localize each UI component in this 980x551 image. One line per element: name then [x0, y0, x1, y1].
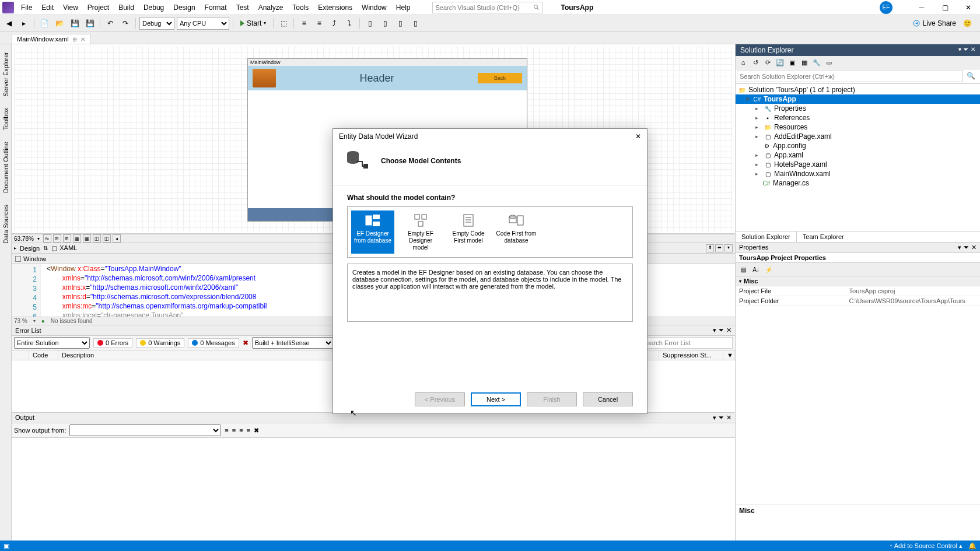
zoom-level[interactable]: 63.78% [14, 236, 34, 242]
split-v-icon[interactable]: ⬌ [715, 244, 723, 252]
grid-icon[interactable]: ⊞ [53, 234, 61, 243]
platform-dropdown[interactable]: Any CPU [177, 17, 229, 30]
option-ef-designer-from-db[interactable]: EF Designer from database [351, 210, 394, 254]
menu-extensions[interactable]: Extensions [313, 1, 357, 14]
design-back-button[interactable]: Back [478, 73, 522, 83]
output-btn-2[interactable]: ≡ [232, 427, 236, 434]
option-empty-code-first[interactable]: Empty Code First model [447, 210, 490, 254]
open-button[interactable]: 📂 [53, 17, 66, 30]
toolbar-btn-9[interactable]: ▯ [409, 17, 422, 30]
config-dropdown[interactable]: Debug [139, 17, 174, 30]
next-button[interactable]: Next > [471, 392, 521, 406]
error-search-input[interactable] [639, 337, 733, 349]
tree-item[interactable]: Resources [774, 123, 807, 131]
user-avatar[interactable]: EF [880, 1, 892, 14]
tab-solution-explorer[interactable]: Solution Explorer [736, 231, 797, 242]
output-btn-5[interactable]: ✖ [254, 427, 259, 434]
maximize-button[interactable]: ▢ [933, 0, 957, 15]
dialog-close-button[interactable]: ✕ [635, 132, 641, 141]
solexp-sync-icon[interactable]: ⟳ [762, 57, 773, 68]
new-project-button[interactable]: 📄 [38, 17, 51, 30]
tree-item[interactable]: References [774, 114, 810, 122]
toolbar-btn-3[interactable]: ≡ [313, 17, 326, 30]
toolbar-btn-8[interactable]: ▯ [394, 17, 407, 30]
feedback-icon[interactable]: 🙂 [963, 19, 972, 27]
save-button[interactable]: 💾 [68, 17, 81, 30]
nav-forward-button[interactable]: ▸ [18, 17, 30, 30]
vtab-document-outline[interactable]: Document Outline [1, 136, 11, 198]
solution-node[interactable]: Solution 'ToursApp' (1 of 1 project) [748, 86, 855, 94]
errors-filter[interactable]: 0 Errors [93, 338, 132, 348]
project-node[interactable]: ToursApp [764, 95, 796, 103]
output-btn-1[interactable]: ≡ [225, 427, 228, 434]
expand-icon[interactable]: ▼ [745, 96, 751, 102]
tree-item[interactable]: Properties [774, 104, 806, 113]
split-h-icon[interactable]: ⬍ [706, 244, 714, 252]
props-az-icon[interactable]: A↓ [751, 264, 761, 275]
toolbar-btn-5[interactable]: ⤵ [343, 17, 356, 30]
arrow-icon[interactable]: ◂ [113, 234, 121, 243]
prop-category[interactable]: Misc [744, 278, 758, 285]
output-body[interactable] [12, 438, 735, 541]
xaml-tab-button[interactable]: ▢XAML [51, 244, 77, 252]
toolbar-btn-2[interactable]: ≡ [298, 17, 310, 30]
close-window-button[interactable]: ✕ [957, 0, 980, 15]
ruler-icon[interactable]: ◫ [93, 234, 101, 243]
solexp-back-icon[interactable]: ↺ [750, 57, 761, 68]
vtab-toolbox[interactable]: Toolbox [1, 103, 11, 135]
snap2-icon[interactable]: ▦ [83, 234, 91, 243]
quick-launch[interactable] [432, 2, 543, 13]
output-btn-3[interactable]: ≡ [239, 427, 243, 434]
menu-project[interactable]: Project [83, 1, 114, 14]
undo-button[interactable]: ↶ [104, 17, 117, 30]
mode-dropdown[interactable]: Build + IntelliSense [252, 337, 334, 349]
tree-item[interactable]: MainWindow.xaml [774, 170, 831, 178]
toolbar-btn-4[interactable]: ⤴ [328, 17, 341, 30]
option-code-first-from-db[interactable]: Code First from database [495, 210, 538, 254]
solexp-preview-icon[interactable]: ▭ [824, 57, 834, 68]
solexp-collapse-icon[interactable]: ▣ [787, 57, 797, 68]
menu-window[interactable]: Window [357, 1, 391, 14]
tree-item[interactable]: Manager.cs [773, 179, 809, 187]
solexp-props-icon[interactable]: 🔧 [811, 57, 822, 68]
redo-button[interactable]: ↷ [119, 17, 132, 30]
cancel-button[interactable]: Cancel [583, 392, 633, 406]
tree-item[interactable]: AddEditPage.xaml [774, 132, 832, 141]
solexp-search-input[interactable] [737, 71, 963, 82]
prop-row[interactable]: Project FolderC:\Users\WSR09\source\Tour… [736, 296, 980, 306]
design-tab-button[interactable]: Design [20, 245, 40, 252]
menu-edit[interactable]: Edit [37, 1, 58, 14]
collapse-icon[interactable]: ▾ [724, 244, 733, 252]
menu-debug[interactable]: Debug [139, 1, 169, 14]
menu-test[interactable]: Test [232, 1, 254, 14]
vtab-server-explorer[interactable]: Server Explorer [1, 47, 11, 101]
vtab-data-sources[interactable]: Data Sources [1, 199, 11, 249]
props-events-icon[interactable]: ⚡ [764, 264, 774, 275]
output-btn-4[interactable]: ≡ [247, 427, 250, 434]
ruler2-icon[interactable]: ◫ [103, 234, 111, 243]
option-empty-ef-designer[interactable]: Empty EF Designer model [399, 210, 442, 254]
menu-tools[interactable]: Tools [288, 1, 313, 14]
add-source-control[interactable]: ↑ Add to Source Control ▴ [890, 542, 963, 550]
close-tab-icon[interactable]: ✕ [80, 36, 85, 43]
prop-row[interactable]: Project FileToursApp.csproj [736, 286, 980, 296]
snap-icon[interactable]: ▦ [73, 234, 81, 243]
menu-build[interactable]: Build [114, 1, 139, 14]
tree-item[interactable]: App.config [773, 142, 806, 150]
minimize-button[interactable]: ─ [910, 0, 933, 15]
menu-view[interactable]: View [58, 1, 83, 14]
nav-back-button[interactable]: ◀ [2, 17, 15, 30]
tab-mainwindow[interactable]: MainWindow.xaml ⊕ ✕ [12, 34, 90, 44]
pin-icon[interactable]: ⊕ [72, 36, 77, 43]
toolbar-btn-1[interactable]: ⬚ [277, 17, 290, 30]
toolbar-btn-7[interactable]: ▯ [379, 17, 391, 30]
toolbar-btn-6[interactable]: ▯ [363, 17, 376, 30]
menu-help[interactable]: Help [391, 1, 415, 14]
quick-launch-input[interactable] [435, 4, 533, 11]
menu-format[interactable]: Format [200, 1, 232, 14]
menu-file[interactable]: File [16, 1, 37, 14]
tree-item[interactable]: HotelsPage.xaml [774, 160, 827, 169]
solexp-tree[interactable]: 📁 Solution 'ToursApp' (1 of 1 project) ▼… [736, 84, 980, 231]
filter-x-icon[interactable]: ✖ [243, 339, 249, 347]
start-debug-button[interactable]: Start ▾ [237, 17, 270, 30]
